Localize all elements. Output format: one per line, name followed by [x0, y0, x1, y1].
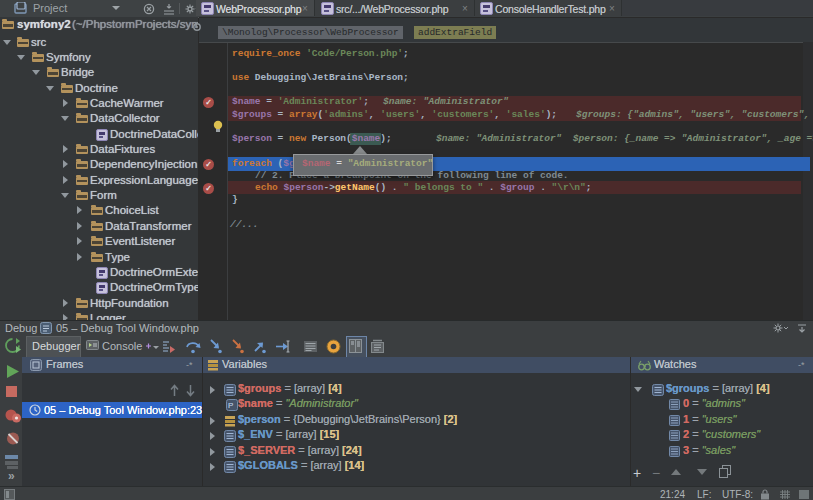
svg-text:P: P	[228, 401, 233, 410]
